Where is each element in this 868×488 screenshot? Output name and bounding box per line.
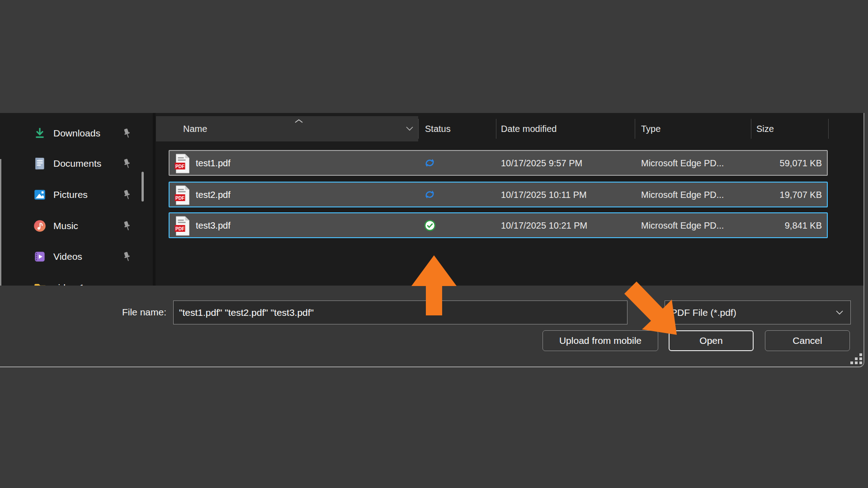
column-separator[interactable] <box>418 119 419 139</box>
column-header-label: Name <box>183 124 207 134</box>
file-row-test3[interactable]: PDF test3.pdf 10/17/2025 10:21 PM Micros… <box>169 212 828 238</box>
file-type-selected-value: PDF File (*.pdf) <box>671 307 736 318</box>
sidebar-item-label: Videos <box>53 251 82 262</box>
videos-icon <box>33 249 47 264</box>
pin-icon <box>121 158 133 169</box>
available-check-icon <box>424 220 436 231</box>
sync-pending-icon <box>424 157 436 169</box>
sidebar-item-label: video-1 <box>53 282 85 286</box>
file-open-dialog: Downloads <box>0 113 864 367</box>
column-header-size[interactable]: Size <box>756 116 774 141</box>
folder-icon <box>33 281 47 286</box>
file-type-select[interactable]: PDF File (*.pdf) <box>665 300 851 324</box>
file-size: 59,071 KB <box>722 158 822 168</box>
pin-icon <box>121 127 133 139</box>
file-name-input[interactable] <box>173 300 627 324</box>
pin-icon <box>121 220 133 232</box>
music-icon <box>33 219 47 233</box>
svg-text:PDF: PDF <box>175 164 184 169</box>
download-icon <box>33 126 47 141</box>
sidebar-item-pictures[interactable]: Pictures <box>0 184 156 205</box>
chevron-down-icon <box>835 309 844 317</box>
file-size: 9,841 KB <box>722 220 822 230</box>
file-name: test1.pdf <box>196 158 231 168</box>
navigation-sidebar: Downloads <box>0 113 156 286</box>
file-row-test2[interactable]: PDF test2.pdf 10/17/2025 10:11 PM Micros… <box>169 182 828 207</box>
svg-text:PDF: PDF <box>175 196 184 201</box>
file-name-label: File name: <box>68 300 166 324</box>
sidebar-item-videos[interactable]: Videos <box>0 246 156 267</box>
column-separator[interactable] <box>828 119 829 139</box>
file-type: Microsoft Edge PD... <box>641 158 724 168</box>
document-icon <box>33 156 47 171</box>
sidebar-item-video-1[interactable]: video-1 <box>0 277 156 286</box>
sidebar-item-label: Pictures <box>53 189 88 200</box>
column-separator[interactable] <box>751 119 751 139</box>
desktop-screen: Downloads <box>0 0 868 488</box>
file-row-test1[interactable]: PDF test1.pdf 10/17/2025 9:57 PM Microso… <box>169 150 828 176</box>
column-header-date-modified[interactable]: Date modified <box>501 116 557 141</box>
column-header-name[interactable]: Name <box>156 116 418 141</box>
pdf-file-icon: PDF <box>174 185 190 205</box>
sort-ascending-icon <box>294 117 303 125</box>
file-date-modified: 10/17/2025 10:11 PM <box>501 189 587 200</box>
file-size: 19,707 KB <box>722 189 822 200</box>
pin-icon <box>121 251 133 263</box>
column-separator[interactable] <box>496 119 496 139</box>
column-separator[interactable] <box>635 119 635 139</box>
sidebar-scrollbar-thumb[interactable] <box>142 172 144 202</box>
file-date-modified: 10/17/2025 10:21 PM <box>501 220 587 230</box>
sidebar-item-label: Documents <box>53 158 101 169</box>
sidebar-item-documents[interactable]: Documents <box>0 153 156 174</box>
file-type: Microsoft Edge PD... <box>641 220 724 230</box>
pane-divider <box>153 113 156 286</box>
sync-pending-icon <box>424 189 436 201</box>
pin-icon <box>121 189 133 201</box>
sidebar-item-music[interactable]: Music <box>0 216 156 236</box>
resize-grip[interactable] <box>850 353 863 366</box>
pictures-icon <box>33 188 47 202</box>
dialog-footer: File name: PDF File (*.pdf) Upload from … <box>0 286 864 367</box>
upload-from-mobile-button[interactable]: Upload from mobile <box>542 330 658 351</box>
svg-text:PDF: PDF <box>175 226 184 231</box>
pdf-file-icon: PDF <box>174 154 190 174</box>
column-header-type[interactable]: Type <box>641 116 660 141</box>
pdf-file-icon: PDF <box>174 216 190 236</box>
open-button[interactable]: Open <box>669 330 754 351</box>
sidebar-item-downloads[interactable]: Downloads <box>0 123 156 144</box>
file-name: test3.pdf <box>196 220 231 230</box>
chevron-down-icon[interactable] <box>406 125 414 133</box>
file-type: Microsoft Edge PD... <box>641 189 724 200</box>
cancel-button[interactable]: Cancel <box>765 330 850 351</box>
sidebar-item-label: Downloads <box>53 128 100 139</box>
column-header-status[interactable]: Status <box>425 116 451 141</box>
file-name: test2.pdf <box>196 189 231 200</box>
file-date-modified: 10/17/2025 9:57 PM <box>501 158 582 168</box>
sidebar-item-label: Music <box>53 221 78 231</box>
